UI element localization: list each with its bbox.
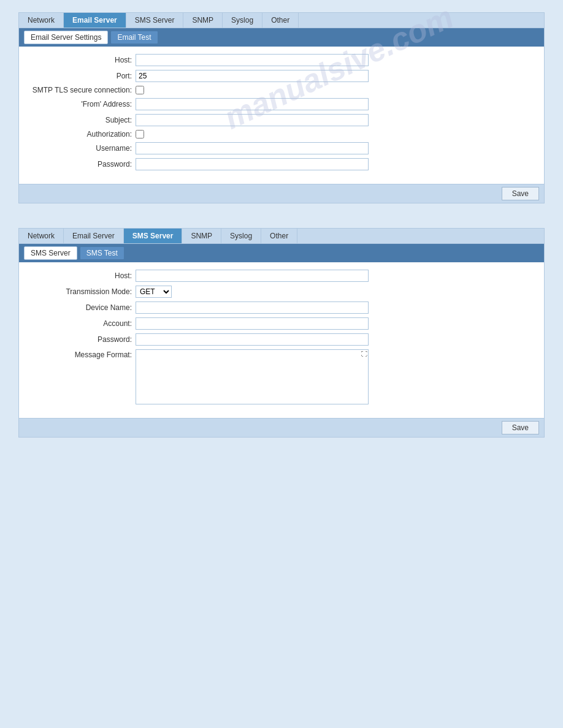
sms-tab-bar: Network Email Server SMS Server SNMP Sys… (19, 229, 544, 244)
authorization-row: Authorization: (31, 130, 532, 138)
sms-server-panel: Network Email Server SMS Server SNMP Sys… (18, 228, 545, 438)
transmission-mode-select[interactable]: GET POST (136, 286, 172, 298)
from-address-input[interactable] (136, 98, 369, 110)
tab-syslog-1[interactable]: Syslog (223, 13, 262, 28)
sms-host-label: Host: (31, 271, 136, 280)
email-tab-bar: Network Email Server SMS Server SNMP Sys… (19, 13, 544, 28)
email-server-section: manualsive.com Network Email Server SMS … (18, 12, 545, 203)
tab-email-server-1[interactable]: Email Server (64, 13, 126, 28)
subject-row: Subject: (31, 114, 532, 126)
device-name-label: Device Name: (31, 303, 136, 312)
message-format-label: Message Format: (31, 349, 136, 359)
tab-syslog-2[interactable]: Syslog (221, 229, 261, 243)
username-input[interactable] (136, 142, 369, 154)
username-row: Username: (31, 142, 532, 154)
message-format-row: Message Format: ⛶ (31, 349, 532, 404)
subtab-email-server-settings[interactable]: Email Server Settings (24, 31, 108, 44)
sms-footer-bar: Save (19, 418, 544, 437)
tab-other-2[interactable]: Other (261, 229, 297, 243)
transmission-mode-row: Transmission Mode: GET POST (31, 286, 532, 298)
authorization-checkbox[interactable] (136, 130, 144, 138)
sms-host-input[interactable] (136, 270, 369, 282)
tab-sms-server-1[interactable]: SMS Server (126, 13, 184, 28)
account-label: Account: (31, 319, 136, 328)
tab-sms-server-2[interactable]: SMS Server (124, 229, 183, 243)
textarea-expand-icon[interactable]: ⛶ (361, 351, 367, 357)
email-subtab-bar: Email Server Settings Email Test (19, 28, 544, 47)
smtp-tls-label: SMTP TLS secure connection: (31, 86, 136, 94)
tab-snmp-2[interactable]: SNMP (182, 229, 221, 243)
sms-server-section: Network Email Server SMS Server SNMP Sys… (18, 228, 545, 438)
password-row: Password: (31, 158, 532, 170)
sms-password-input[interactable] (136, 333, 369, 346)
authorization-label: Authorization: (31, 130, 136, 138)
tab-snmp-1[interactable]: SNMP (183, 13, 223, 28)
account-input[interactable] (136, 317, 369, 330)
sms-subtab-bar: SMS Server SMS Test (19, 244, 544, 262)
email-footer-bar: Save (19, 184, 544, 203)
email-server-panel: Network Email Server SMS Server SNMP Sys… (18, 12, 545, 203)
transmission-mode-label: Transmission Mode: (31, 287, 136, 296)
tab-network-1[interactable]: Network (19, 13, 64, 28)
tab-email-server-2[interactable]: Email Server (64, 229, 124, 243)
sms-server-form: Host: Transmission Mode: GET POST Device… (19, 262, 544, 418)
username-label: Username: (31, 144, 136, 153)
subtab-sms-test[interactable]: SMS Test (80, 246, 124, 260)
tab-network-2[interactable]: Network (19, 229, 64, 243)
message-format-wrapper: ⛶ (136, 349, 369, 404)
email-server-form: Host: Port: SMTP TLS secure connection: … (19, 47, 544, 184)
sms-host-row: Host: (31, 270, 532, 282)
smtp-tls-checkbox[interactable] (136, 86, 144, 94)
port-input[interactable] (136, 70, 369, 82)
sms-save-button[interactable]: Save (502, 421, 539, 434)
password-label: Password: (31, 160, 136, 169)
from-address-row: 'From' Address: (31, 98, 532, 110)
password-input[interactable] (136, 158, 369, 170)
account-row: Account: (31, 317, 532, 330)
subject-input[interactable] (136, 114, 369, 126)
subtab-email-test[interactable]: Email Test (110, 31, 158, 44)
host-label: Host: (31, 56, 136, 64)
subtab-sms-server[interactable]: SMS Server (24, 246, 77, 260)
sms-password-label: Password: (31, 335, 136, 344)
device-name-row: Device Name: (31, 301, 532, 314)
port-label: Port: (31, 72, 136, 80)
sms-password-row: Password: (31, 333, 532, 346)
message-format-textarea[interactable] (136, 349, 369, 404)
device-name-input[interactable] (136, 301, 369, 314)
tab-other-1[interactable]: Other (262, 13, 299, 28)
from-address-label: 'From' Address: (31, 100, 136, 108)
smtp-tls-row: SMTP TLS secure connection: (31, 86, 532, 94)
host-row: Host: (31, 54, 532, 66)
email-save-button[interactable]: Save (502, 187, 539, 200)
host-input[interactable] (136, 54, 369, 66)
subject-label: Subject: (31, 116, 136, 124)
port-row: Port: (31, 70, 532, 82)
